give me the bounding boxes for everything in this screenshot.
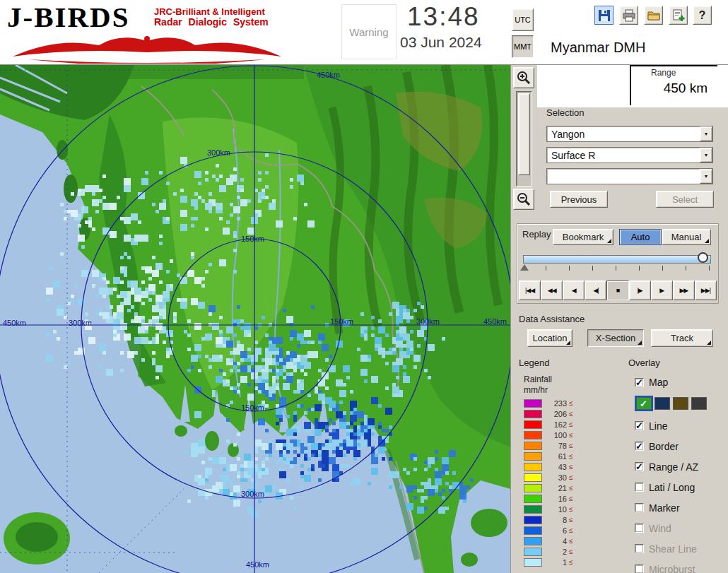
playback-button-0[interactable]: |◀◀ [519, 280, 541, 300]
chevron-down-icon[interactable]: ▼ [700, 169, 712, 184]
export-button[interactable] [669, 6, 688, 25]
timeline-thumb[interactable] [698, 252, 708, 263]
chevron-down-icon[interactable]: ▼ [700, 126, 712, 141]
legend-suffix: ≤ [569, 452, 573, 460]
overlay-row-map[interactable]: ✓Map [635, 373, 727, 391]
legend-suffix: ≤ [569, 399, 573, 407]
help-button[interactable]: ? [693, 6, 712, 25]
checkbox[interactable]: ✓ [635, 442, 644, 451]
legend-suffix: ≤ [569, 484, 573, 492]
legend-suffix: ≤ [569, 558, 573, 566]
legend-row: 100≤ [524, 430, 573, 440]
selection-label: Selection [546, 107, 584, 118]
svg-text:450km: 450km [317, 71, 340, 79]
checkbox[interactable] [635, 483, 644, 492]
svg-text:450km: 450km [3, 319, 26, 327]
timeline-start-marker-icon [520, 264, 529, 271]
save-icon [598, 9, 611, 22]
bookmark-button[interactable]: Bookmark [553, 229, 613, 245]
mmt-button[interactable]: MMT [512, 35, 534, 58]
playback-button-6[interactable]: ▶ [651, 280, 673, 300]
legend-value: 206 [546, 410, 567, 418]
location-button[interactable]: Location [527, 329, 573, 347]
warning-indicator[interactable]: Warning [341, 4, 397, 59]
legend-row: 8≤ [524, 514, 573, 525]
legend-value: 2 [546, 548, 567, 556]
radar-map[interactable]: 450km300km150km450km300km150km300km450km… [0, 65, 510, 573]
playback-button-2[interactable]: ◀ [563, 280, 585, 300]
help-icon: ? [699, 9, 706, 22]
control-panel: Range 450 km Selection Yangon ▼ Surface … [510, 65, 728, 573]
manual-button[interactable]: Manual [662, 229, 711, 245]
legend-value: 8 [546, 516, 567, 524]
checkbox[interactable]: ✓ [635, 462, 644, 471]
map-color-swatch[interactable] [691, 397, 707, 410]
overlay-row-range-az[interactable]: ✓Range / AZ [635, 456, 727, 477]
overlay-row-border[interactable]: ✓Border [635, 436, 727, 456]
legend-row: 10≤ [524, 504, 573, 514]
replay-group: Replay Bookmark Auto Manual |◀◀◀◀◀◀|■|▶▶… [517, 223, 719, 304]
overlay-row-marker[interactable]: Marker [635, 497, 727, 518]
overlay-row-wind: Wind [635, 518, 727, 538]
site-dropdown-value: Yangon [547, 126, 700, 141]
previous-button[interactable]: Previous [550, 191, 608, 208]
legend-value: 1 [546, 558, 567, 567]
map-color-swatch[interactable] [654, 397, 670, 410]
playback-button-1[interactable]: ◀◀ [541, 280, 563, 300]
map-color-swatch[interactable] [636, 397, 652, 410]
overlay-label: Shear Line [649, 543, 697, 555]
save-button[interactable] [594, 6, 613, 25]
export-icon [672, 9, 685, 22]
legend-row: 43≤ [524, 461, 573, 472]
checkbox[interactable]: ✓ [635, 421, 644, 430]
playback-button-5[interactable]: |▶ [629, 280, 651, 300]
select-button[interactable]: Select [656, 191, 714, 208]
xsection-button[interactable]: X-Section [587, 329, 644, 347]
legend-value: 30 [546, 473, 567, 482]
map-color-swatch[interactable] [673, 397, 688, 410]
station-title: Myanmar DMH [551, 40, 645, 56]
overlay-label: Map [649, 377, 668, 388]
replay-timeline[interactable] [523, 255, 711, 264]
zoom-slider[interactable] [516, 91, 532, 187]
chevron-down-icon[interactable]: ▼ [700, 148, 712, 163]
overlay-row-lati-long[interactable]: Lati / Long [635, 477, 727, 497]
header-bar: J-BIRDS JRC-Brilliant & Intelligent Rada… [0, 0, 728, 65]
legend-row: 30≤ [524, 472, 573, 483]
overlay-label: Lati / Long [649, 482, 695, 493]
auto-button[interactable]: Auto [619, 229, 662, 245]
option-dropdown[interactable]: ▼ [546, 168, 713, 184]
site-dropdown[interactable]: Yangon ▼ [546, 126, 713, 142]
legend-value: 6 [546, 526, 567, 535]
track-button[interactable]: Track [651, 329, 713, 347]
product-dropdown[interactable]: Surface R ▼ [546, 147, 713, 163]
playback-button-3[interactable]: ◀| [585, 280, 606, 300]
playback-button-4[interactable]: ■ [606, 280, 628, 300]
legend-value: 233 [546, 399, 567, 408]
legend-color-swatch [524, 526, 542, 535]
legend-row: 6≤ [524, 525, 573, 536]
utc-button[interactable]: UTC [512, 8, 534, 31]
checkbox [635, 544, 644, 553]
playback-button-7[interactable]: ▶▶ [673, 280, 695, 300]
warning-label: Warning [349, 26, 388, 38]
legend-row: 206≤ [524, 408, 573, 419]
clock-date: 03 Jun 2024 [400, 34, 513, 51]
overlay-label: Wind [649, 523, 671, 534]
print-button[interactable] [619, 6, 638, 25]
legend-color-swatch [524, 548, 542, 556]
checkbox[interactable] [635, 503, 644, 512]
overlay-title: Overlay [628, 358, 660, 368]
checkbox[interactable]: ✓ [635, 378, 644, 387]
playback-button-8[interactable]: ▶▶| [695, 280, 717, 300]
zoom-in-button[interactable] [513, 67, 534, 88]
legend-suffix: ≤ [569, 505, 573, 513]
overlay-label: Border [649, 441, 679, 452]
zoom-slider-thumb[interactable] [518, 93, 530, 175]
zoom-out-button[interactable] [513, 189, 534, 210]
range-display: Range 450 km [537, 65, 728, 107]
option-dropdown-value [547, 169, 700, 184]
overlay-row-line[interactable]: ✓Line [635, 415, 727, 436]
open-button[interactable] [644, 6, 663, 25]
data-assistance-label: Data Assistance [519, 314, 585, 324]
